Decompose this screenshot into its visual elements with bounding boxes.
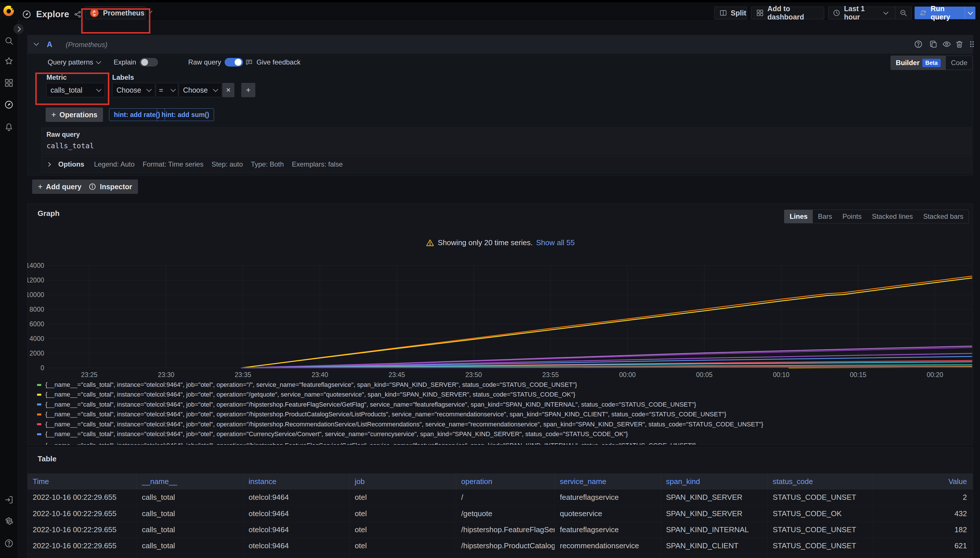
table-row: 2022-10-16 00:22:29.655calls_totalotelco… — [28, 505, 973, 522]
query-help-icon[interactable] — [914, 39, 923, 49]
compass-icon — [22, 10, 31, 19]
label-operator-select[interactable]: = — [156, 83, 178, 97]
inspector-button[interactable]: Inspector — [82, 179, 138, 194]
svg-text:00:10: 00:10 — [773, 371, 789, 379]
comment-icon — [245, 58, 253, 66]
remove-query-trash-icon[interactable] — [955, 39, 964, 49]
grafana-logo[interactable] — [2, 5, 15, 17]
column-header-operation[interactable]: operation — [456, 473, 554, 489]
chevron-down-icon — [883, 10, 888, 15]
show-all-series-link[interactable]: Show all 55 — [536, 238, 575, 247]
drag-handle-icon[interactable] — [967, 39, 977, 49]
column-header-Value[interactable]: Value — [873, 473, 973, 489]
explain-toggle[interactable] — [140, 58, 158, 67]
code-tab[interactable]: Code — [946, 56, 973, 70]
add-label-button[interactable]: + — [241, 83, 255, 97]
legend-marker — [37, 384, 41, 386]
help-icon[interactable] — [4, 538, 14, 548]
raw-query-box: Raw query calls_total — [41, 128, 972, 154]
zoom-out-button[interactable] — [895, 7, 911, 19]
table-panel-title: Table — [38, 455, 56, 463]
query-options-row[interactable]: Options Legend: AutoFormat: Time seriesS… — [41, 156, 972, 172]
column-header-Time[interactable]: Time — [28, 473, 136, 489]
table-cell: otel — [349, 505, 456, 522]
legend-item[interactable]: {__name__="calls_total", instance="otelc… — [37, 400, 696, 409]
give-feedback-button[interactable]: Give feedback — [245, 56, 300, 69]
query-patterns-dropdown[interactable]: Query patterns — [48, 56, 100, 69]
table-cell: featureflagservice — [554, 489, 661, 505]
table-cell: otel — [349, 522, 456, 538]
table-cell: otelcol:9464 — [243, 522, 349, 538]
search-icon[interactable] — [4, 36, 14, 46]
give-feedback-label: Give feedback — [257, 58, 300, 66]
graph-mode-points[interactable]: Points — [837, 210, 867, 223]
svg-text:23:35: 23:35 — [235, 371, 251, 379]
split-button[interactable]: Split — [714, 7, 747, 19]
alerting-bell-icon[interactable] — [4, 122, 14, 132]
label-name-select[interactable]: Choose — [112, 83, 155, 97]
raw-query-title: Raw query — [46, 131, 80, 138]
time-series-chart[interactable]: 0200040006000800010000120001400023:2523:… — [28, 258, 973, 382]
sign-in-icon[interactable] — [4, 495, 14, 505]
legend-item[interactable]: {__name__="calls_total", instance="otelc… — [37, 410, 727, 419]
graph-mode-stacked-lines[interactable]: Stacked lines — [867, 210, 918, 223]
sidebar — [0, 19, 18, 558]
chevron-down-icon — [968, 10, 973, 15]
column-header-name[interactable]: __name__ — [136, 473, 243, 489]
run-query-dropdown[interactable] — [965, 7, 975, 19]
legend-marker — [37, 394, 41, 396]
table-cell: quoteservice — [554, 505, 661, 522]
svg-text:0: 0 — [41, 364, 44, 372]
magnifier-minus-icon — [899, 9, 908, 17]
column-header-servicename[interactable]: service_name — [554, 473, 661, 489]
annotation-box-metric — [35, 72, 109, 105]
graph-mode-lines[interactable]: Lines — [784, 210, 813, 223]
query-datasource-hint: (Prometheus) — [66, 41, 107, 49]
run-query-label: Run query — [931, 5, 957, 21]
run-query-button[interactable]: Run query — [914, 7, 961, 19]
query-hint-button[interactable]: hint: add sum() — [157, 108, 214, 121]
star-icon[interactable] — [4, 56, 14, 66]
table-cell: calls_total — [136, 538, 243, 554]
table-cell: 2022-10-16 00:22:29.655 — [28, 522, 136, 538]
info-circle-icon — [88, 183, 96, 191]
graph-mode-stacked-bars[interactable]: Stacked bars — [918, 210, 968, 223]
table-cell: STATUS_CODE_UNSET — [768, 489, 873, 505]
add-operation-button[interactable]: + Operations — [46, 108, 103, 122]
table-header-row: Time__name__instancejoboperationservice_… — [28, 473, 973, 489]
table-cell: recommendationservice — [554, 538, 661, 554]
table-panel: Table Time__name__instancejoboperationse… — [27, 447, 973, 558]
duplicate-query-icon[interactable] — [929, 39, 938, 49]
editor-mode-switch: Builder Beta Code — [891, 56, 973, 70]
column-header-spankind[interactable]: span_kind — [661, 473, 768, 489]
column-header-job[interactable]: job — [349, 473, 456, 489]
add-query-button[interactable]: + Add query — [32, 179, 87, 194]
column-header-statuscode[interactable]: status_code — [768, 473, 873, 489]
legend-item[interactable]: {__name__="calls_total", instance="otelc… — [37, 381, 577, 389]
share-icon[interactable] — [74, 10, 82, 18]
legend-item[interactable]: {__name__="calls_total", instance="otelc… — [37, 430, 628, 438]
chevron-right-icon — [46, 162, 51, 167]
column-header-instance[interactable]: instance — [243, 473, 349, 489]
series-limit-warning: Showing only 20 time series. Show all 55 — [28, 238, 973, 247]
remove-label-button[interactable]: × — [222, 83, 234, 97]
explore-compass-icon[interactable] — [4, 100, 14, 110]
add-to-dashboard-button[interactable]: Add to dashboard — [751, 7, 824, 19]
collapse-chevron-icon[interactable] — [34, 40, 39, 46]
legend-item[interactable]: {__name__="calls_total", instance="otelc… — [37, 390, 575, 399]
sidebar-expand-button[interactable] — [13, 23, 24, 34]
builder-tab[interactable]: Builder Beta — [891, 56, 946, 70]
raw-query-toggle[interactable] — [225, 58, 243, 67]
graph-mode-tabs: LinesBarsPointsStacked linesStacked bars — [784, 210, 969, 223]
query-ref-id[interactable]: A — [47, 40, 53, 49]
legend-item[interactable]: {__name__="calls_total", instance="otelc… — [37, 420, 763, 429]
table-cell: 2022-10-16 00:22:29.655 — [28, 554, 136, 558]
time-range-picker[interactable]: Last 1 hour — [829, 7, 892, 19]
dashboards-icon[interactable] — [4, 78, 14, 88]
label-value-select[interactable]: Choose — [179, 83, 222, 97]
beta-badge: Beta — [922, 59, 941, 67]
graph-panel: Graph LinesBarsPointsStacked linesStacke… — [27, 204, 973, 445]
settings-gear-icon[interactable] — [4, 516, 14, 526]
graph-mode-bars[interactable]: Bars — [813, 210, 837, 223]
hide-response-eye-icon[interactable] — [942, 39, 951, 49]
